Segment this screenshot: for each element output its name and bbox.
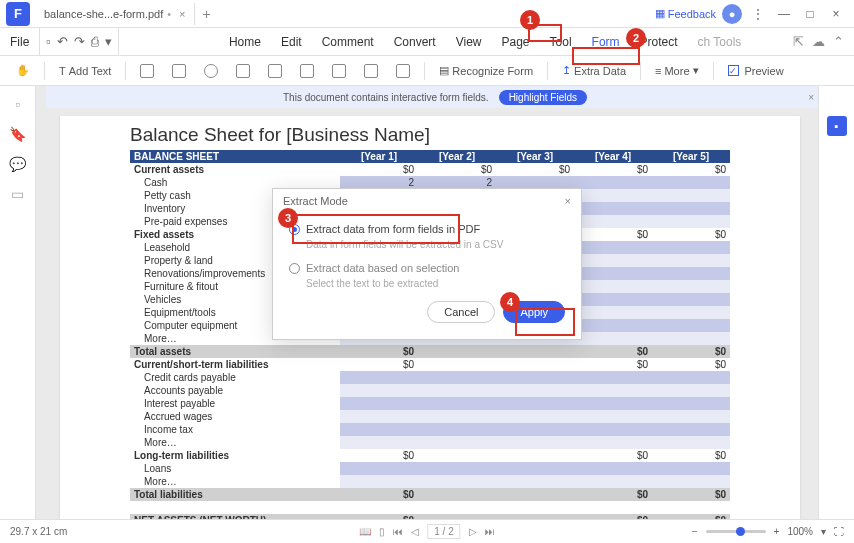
button-tool[interactable] — [294, 61, 320, 81]
cell-value[interactable] — [496, 384, 574, 397]
file-menu[interactable]: File — [0, 35, 39, 49]
menu-comment[interactable]: Comment — [312, 31, 384, 53]
menu-view[interactable]: View — [446, 31, 492, 53]
cell-value[interactable] — [574, 410, 652, 423]
cell-value[interactable] — [652, 384, 730, 397]
close-window-button[interactable]: × — [826, 4, 846, 24]
cell-value[interactable] — [574, 475, 652, 488]
cell-value[interactable] — [496, 397, 574, 410]
cell-value[interactable] — [652, 254, 730, 267]
cell-value[interactable] — [418, 462, 496, 475]
cell-value[interactable] — [574, 436, 652, 449]
cell-value[interactable] — [574, 332, 652, 345]
cell-value[interactable] — [652, 241, 730, 254]
user-avatar[interactable]: ● — [722, 4, 742, 24]
cell-value[interactable] — [652, 306, 730, 319]
banner-close-icon[interactable]: × — [808, 92, 814, 103]
menu-protect[interactable]: Protect — [630, 31, 688, 53]
checkbox-tool[interactable] — [166, 61, 192, 81]
comments-icon[interactable]: 💬 — [9, 156, 26, 172]
cell-value[interactable] — [574, 280, 652, 293]
qat-dropdown-icon[interactable]: ▾ — [105, 34, 112, 49]
single-page-icon[interactable]: ▯ — [379, 526, 385, 537]
menu-tool[interactable]: Tool — [540, 31, 582, 53]
cell-value[interactable] — [574, 241, 652, 254]
cell-value[interactable] — [574, 462, 652, 475]
cell-value[interactable] — [652, 215, 730, 228]
cell-value[interactable] — [496, 410, 574, 423]
recognize-form-button[interactable]: ▤Recognize Form — [433, 61, 539, 80]
share-icon[interactable]: ⇱ — [793, 34, 804, 49]
cell-value[interactable] — [574, 423, 652, 436]
cell-value[interactable] — [652, 202, 730, 215]
attachments-icon[interactable]: ▭ — [11, 186, 24, 202]
cell-value[interactable] — [574, 267, 652, 280]
cell-value[interactable] — [652, 189, 730, 202]
page-number[interactable]: 1 / 2 — [427, 524, 460, 539]
date-tool[interactable] — [390, 61, 416, 81]
cell-value[interactable] — [496, 423, 574, 436]
cell-value[interactable] — [418, 475, 496, 488]
cell-value[interactable] — [652, 462, 730, 475]
radio-form-fields[interactable] — [289, 224, 300, 235]
minimize-button[interactable]: — — [774, 4, 794, 24]
cell-value[interactable] — [340, 410, 418, 423]
cell-value[interactable] — [418, 384, 496, 397]
listbox-tool[interactable] — [262, 61, 288, 81]
undo-icon[interactable]: ↶ — [57, 34, 68, 49]
cell-value[interactable] — [574, 176, 652, 189]
cell-value[interactable] — [418, 410, 496, 423]
cell-value[interactable] — [340, 475, 418, 488]
preview-toggle[interactable]: ✓Preview — [722, 62, 790, 80]
add-text-tool[interactable]: TAdd Text — [53, 62, 117, 80]
apply-button[interactable]: Apply — [503, 301, 565, 323]
cell-value[interactable] — [574, 397, 652, 410]
highlight-fields-button[interactable]: Highlight Fields — [499, 90, 587, 105]
document-tab[interactable]: balance-she...e-form.pdf • × — [36, 3, 195, 25]
cell-value[interactable] — [574, 215, 652, 228]
cell-value[interactable] — [418, 423, 496, 436]
thumbnails-icon[interactable]: ▫ — [15, 96, 20, 112]
text-field-tool[interactable] — [134, 61, 160, 81]
signature-tool[interactable] — [326, 61, 352, 81]
dialog-close-icon[interactable]: × — [565, 195, 571, 207]
cell-value[interactable] — [652, 371, 730, 384]
cell-value[interactable] — [652, 319, 730, 332]
cell-value[interactable] — [574, 293, 652, 306]
cell-value[interactable] — [496, 475, 574, 488]
cell-value[interactable] — [652, 332, 730, 345]
next-page-icon[interactable]: ▷ — [469, 526, 477, 537]
cancel-button[interactable]: Cancel — [427, 301, 495, 323]
cell-value[interactable] — [652, 423, 730, 436]
menu-convert[interactable]: Convert — [384, 31, 446, 53]
fit-page-icon[interactable]: ⛶ — [834, 526, 844, 537]
cell-value[interactable] — [652, 267, 730, 280]
cell-value[interactable] — [574, 371, 652, 384]
search-tools[interactable]: ch Tools — [688, 31, 752, 53]
zoom-slider[interactable] — [706, 530, 766, 533]
cell-value[interactable] — [652, 397, 730, 410]
cell-value[interactable] — [418, 371, 496, 384]
cell-value[interactable] — [340, 384, 418, 397]
menu-home[interactable]: Home — [219, 31, 271, 53]
cell-value[interactable] — [340, 423, 418, 436]
first-page-icon[interactable]: ⏮ — [393, 526, 403, 537]
cloud-icon[interactable]: ☁ — [812, 34, 825, 49]
hand-tool[interactable]: ✋ — [10, 61, 36, 80]
cell-value[interactable] — [574, 384, 652, 397]
save-icon[interactable]: ▫ — [46, 34, 51, 49]
cell-value[interactable] — [652, 176, 730, 189]
cell-value[interactable] — [418, 436, 496, 449]
menu-form[interactable]: Form — [582, 31, 630, 53]
cell-value[interactable] — [652, 436, 730, 449]
cell-value[interactable] — [496, 436, 574, 449]
cell-value[interactable] — [574, 319, 652, 332]
maximize-button[interactable]: □ — [800, 4, 820, 24]
profile-icon[interactable]: ▪ — [827, 116, 847, 136]
zoom-out-icon[interactable]: − — [692, 526, 698, 537]
cell-value[interactable] — [496, 462, 574, 475]
zoom-dropdown-icon[interactable]: ▾ — [821, 526, 826, 537]
zoom-level[interactable]: 100% — [787, 526, 813, 537]
cell-value[interactable] — [574, 306, 652, 319]
cell-value[interactable] — [574, 254, 652, 267]
